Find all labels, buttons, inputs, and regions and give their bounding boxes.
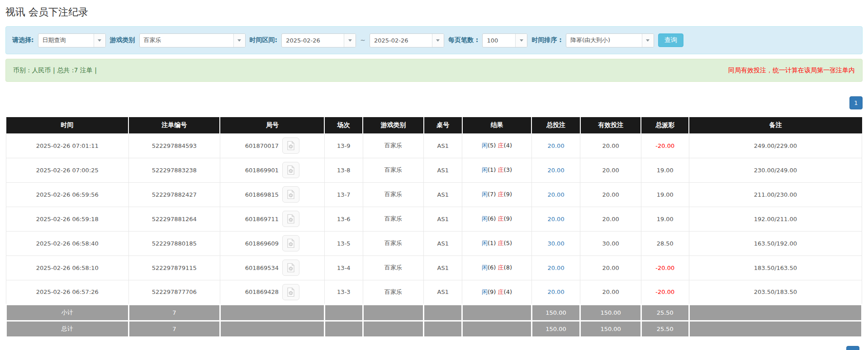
subtotal-row: 小计7150.00150.0025.50 (6, 304, 862, 321)
result-cell: 闲(1) 庄(3) (462, 158, 531, 182)
table-footer: 小计7150.00150.0025.50总计7150.00150.0025.50 (6, 304, 862, 337)
player-result: 闲 (482, 215, 488, 222)
payout-cell: 19.00 (641, 158, 689, 182)
round-id: 601869901 (245, 167, 279, 174)
game-type-value: 百家乐 (140, 36, 233, 44)
game-type-cell: 百家乐 (363, 133, 423, 158)
round-cell: 601869428 (220, 280, 324, 304)
bet-id-cell: 522297881264 (128, 207, 220, 231)
video-replay-button[interactable] (282, 162, 299, 178)
player-result: 闲 (482, 264, 488, 271)
total-bet-link[interactable]: 20.00 (547, 191, 564, 198)
footer-empty-cell (462, 304, 531, 321)
video-replay-button[interactable] (282, 137, 299, 154)
date-to-input[interactable]: 2025-02-26 (370, 33, 444, 47)
page-title: 视讯 会员下注纪录 (5, 5, 863, 19)
valid-bet-cell: 20.00 (580, 280, 641, 304)
total-bet-link[interactable]: 30.00 (547, 240, 564, 247)
video-replay-button[interactable] (282, 186, 299, 203)
search-button[interactable]: 查询 (658, 33, 683, 47)
filter-type-select[interactable]: 日期查询 (38, 33, 106, 47)
table-row: 2025-02-26 06:58:40522297880185601869609… (6, 231, 862, 255)
round-wrap: 601869815 (245, 186, 299, 203)
page-button-1-bottom[interactable]: 1 (846, 346, 859, 350)
video-replay-button[interactable] (282, 284, 299, 300)
bet-id-cell: 522297884593 (128, 133, 220, 158)
session-cell: 13-9 (324, 133, 363, 158)
footer-count-cell: 7 (128, 321, 220, 337)
total-bet-link[interactable]: 20.00 (547, 142, 564, 149)
time-sort-select[interactable]: 降幂(由大到小) (566, 33, 654, 47)
round-wrap: 601869901 (245, 162, 299, 178)
footer-empty-cell (424, 321, 462, 337)
valid-bet-cell: 30.00 (580, 231, 641, 255)
banker-result: 庄 (498, 289, 504, 295)
footer-payout-cell: 25.50 (641, 321, 689, 337)
total-bet-link[interactable]: 20.00 (547, 289, 564, 295)
notice-text: 同局有效投注，统一计算在该局第一张注单内 (728, 66, 855, 75)
column-header: 游戏类别 (363, 117, 423, 133)
page-size-select[interactable]: 100 (482, 33, 527, 47)
banker-result: 庄 (498, 191, 504, 198)
player-result: 闲 (482, 191, 488, 198)
round-cell: 601869901 (220, 158, 324, 182)
total-bet-link[interactable]: 20.00 (547, 216, 564, 222)
page-content: 视讯 会员下注纪录 请选择: 日期查询 游戏类别 百家乐 时间区间: 2025-… (5, 5, 863, 338)
remark-cell: 230.00/249.00 (689, 158, 862, 182)
bet-records-table: 时间注单编号局号场次游戏类别桌号结果总投注有效投注总派彩备注 2025-02-2… (5, 117, 863, 338)
footer-empty-cell (689, 321, 862, 337)
footer-empty-cell (462, 321, 531, 337)
session-cell: 13-4 (324, 255, 363, 280)
footer-empty-cell (220, 304, 324, 321)
time-cell: 2025-02-26 06:57:26 (6, 280, 129, 304)
bet-id-cell: 522297883238 (128, 158, 220, 182)
bet-id-cell: 522297877706 (128, 280, 220, 304)
bet-id-cell: 522297879115 (128, 255, 220, 280)
page-button-1[interactable]: 1 (849, 96, 863, 109)
remark-cell: 192.00/211.00 (689, 207, 862, 231)
round-id: 601869711 (245, 216, 279, 222)
table-row: 2025-02-26 07:00:25522297883238601869901… (6, 158, 862, 182)
banker-result: 庄 (498, 166, 504, 173)
footer-valid-bet-cell: 150.00 (580, 321, 641, 337)
round-cell: 601870017 (220, 133, 324, 158)
player-result: 闲 (482, 240, 488, 246)
total-bet-link[interactable]: 20.00 (547, 167, 564, 174)
footer-valid-bet-cell: 150.00 (580, 304, 641, 321)
column-header: 场次 (324, 117, 363, 133)
video-replay-icon (286, 141, 295, 151)
table-row: 2025-02-26 07:01:11522297884593601870017… (6, 133, 862, 158)
game-type-cell: 百家乐 (363, 280, 423, 304)
game-type-label: 游戏类别 (110, 36, 135, 44)
game-type-cell: 百家乐 (363, 207, 423, 231)
video-replay-button[interactable] (282, 260, 299, 276)
result-cell: 闲(1) 庄(5) (462, 231, 531, 255)
video-replay-button[interactable] (282, 235, 299, 251)
total-bet-cell: 20.00 (531, 133, 580, 158)
filter-type-value: 日期查询 (38, 36, 94, 44)
time-sort-label: 时间排序 : (531, 36, 561, 44)
date-from-input[interactable]: 2025-02-26 (281, 33, 356, 47)
footer-payout-cell: 25.50 (641, 304, 689, 321)
session-cell: 13-5 (324, 231, 363, 255)
column-header: 桌号 (424, 117, 462, 133)
payout-cell: -20.00 (641, 255, 689, 280)
date-range-separator: ~ (360, 37, 365, 44)
result-cell: 闲(6) 庄(8) (462, 255, 531, 280)
video-replay-icon (286, 287, 295, 297)
table-number-cell: AS1 (424, 158, 462, 182)
valid-bet-cell: 20.00 (580, 133, 641, 158)
chevron-down-icon (233, 34, 245, 47)
game-type-select[interactable]: 百家乐 (139, 33, 246, 47)
date-from-value: 2025-02-26 (282, 37, 344, 44)
total-bet-link[interactable]: 20.00 (547, 265, 564, 271)
total-bet-cell: 20.00 (531, 255, 580, 280)
video-replay-icon (286, 165, 295, 175)
table-number-cell: AS1 (424, 182, 462, 207)
video-replay-icon (286, 189, 295, 199)
video-replay-button[interactable] (282, 211, 299, 227)
footer-label-cell: 总计 (6, 321, 129, 337)
game-type-cell: 百家乐 (363, 158, 423, 182)
chevron-down-icon (642, 34, 654, 47)
banker-result: 庄 (498, 240, 504, 246)
